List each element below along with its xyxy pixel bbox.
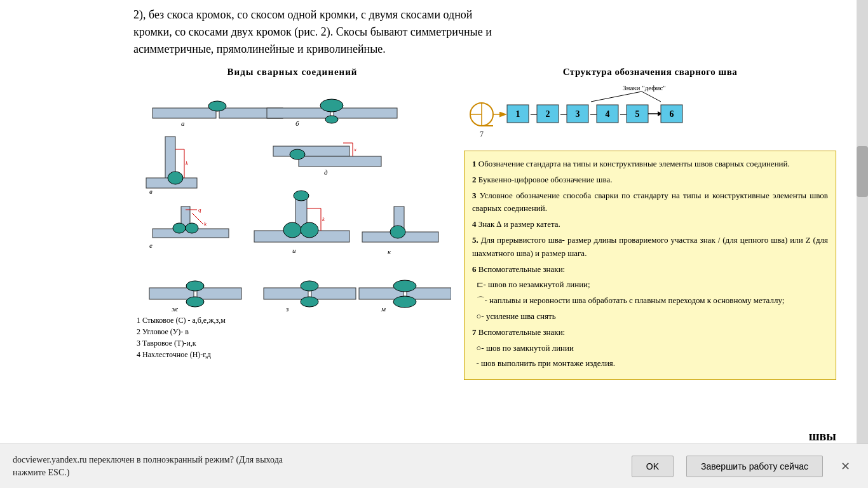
svg-text:и: и <box>292 247 296 254</box>
svg-text:k: k <box>322 216 325 222</box>
svg-text:3  Тавровое  (Т)-и,к: 3 Тавровое (Т)-и,к <box>137 339 196 348</box>
struct-item-6b: ⌒- наплывы и неровности шва обработать с… <box>472 294 828 308</box>
svg-rect-46 <box>197 288 241 299</box>
struct-item-6: 6 Вспомогательные знаки: <box>472 263 828 276</box>
svg-text:е: е <box>149 241 153 249</box>
close-notification-button[interactable]: ✕ <box>836 457 855 476</box>
svg-text:q: q <box>198 207 201 213</box>
svg-rect-16 <box>273 146 349 156</box>
notification-bar: docviewer.yandex.ru переключен в полноэк… <box>0 444 868 488</box>
main-content: Виды сварных соединений а <box>133 67 836 437</box>
svg-point-57 <box>393 280 416 292</box>
svg-point-47 <box>186 281 204 291</box>
svg-point-6 <box>320 99 343 112</box>
svg-text:4: 4 <box>606 109 610 119</box>
struct-item-7b: - шов выполнить при монтаже изделия. <box>472 357 828 370</box>
svg-text:Знаки  "дефис": Знаки "дефис" <box>623 84 666 92</box>
svg-point-34 <box>283 222 301 238</box>
svg-point-58 <box>393 296 416 308</box>
ok-button[interactable]: OK <box>632 456 674 477</box>
top-text-block: 2), без скоса кромок, со скосом одной кр… <box>133 0 836 58</box>
struct-item-6c: ○- усиление шва снять <box>472 310 828 323</box>
right-column: Структура обозначения сварного шва Знаки… <box>464 67 836 437</box>
structure-diagram: Знаки "дефис" 1 — <box>464 83 743 143</box>
left-column: Виды сварных соединений а <box>133 67 451 437</box>
svg-text:4  Нахлесточное  (Н)-г,д: 4 Нахлесточное (Н)-г,д <box>137 350 211 359</box>
struct-item-5: 5. Для прерывистого шва- размер длины пр… <box>472 234 828 261</box>
svg-text:2: 2 <box>546 109 550 119</box>
svg-rect-4 <box>267 108 330 118</box>
svg-text:м: м <box>381 305 386 313</box>
svg-point-48 <box>186 297 204 307</box>
svg-text:6: 6 <box>670 109 674 119</box>
svg-point-43 <box>390 226 405 238</box>
svg-text:3: 3 <box>576 109 580 119</box>
svg-point-2 <box>208 101 226 111</box>
top-line-1: 2), без скоса кромок, со скосом одной кр… <box>133 6 836 24</box>
notification-message: docviewer.yandex.ru переключен в полноэк… <box>13 454 619 478</box>
svg-point-35 <box>301 222 318 238</box>
struct-item-2: 2 Буквенно-цифровое обозначение шва. <box>472 173 828 187</box>
svg-text:k: k <box>186 160 189 166</box>
svg-point-25 <box>173 223 186 233</box>
scrollbar[interactable] <box>857 0 868 488</box>
svg-text:ж: ж <box>172 305 179 313</box>
svg-text:а: а <box>181 119 185 127</box>
structure-text-box: 1 Обозначение стандарта на типы и констр… <box>464 151 836 380</box>
top-line-3: асимметричные, прямолинейные и криволине… <box>133 41 836 58</box>
weld-diagram-svg: а б <box>133 83 451 362</box>
struct-item-4: 4 Знак ∆ и размер катета. <box>472 218 828 231</box>
partial-text-bottom-right: швы <box>809 429 836 444</box>
svg-line-30 <box>192 213 203 224</box>
scrollbar-thumb[interactable] <box>857 146 868 197</box>
svg-text:x: x <box>353 146 356 152</box>
struct-item-1: 1 Обозначение стандарта на типы и констр… <box>472 158 828 171</box>
svg-text:1: 1 <box>516 109 520 119</box>
finish-work-button[interactable]: Завершить работу сейчас <box>686 456 823 477</box>
svg-line-66 <box>642 92 661 102</box>
svg-point-7 <box>325 116 338 123</box>
svg-rect-51 <box>311 288 356 299</box>
svg-text:7: 7 <box>480 130 484 139</box>
struct-item-6a: ⊏- швов по незамкнутой линии; <box>472 278 828 292</box>
struct-item-7a: ○- шов по замкнутой линии <box>472 342 828 355</box>
struct-item-7: 7 Вспомогательные знаки: <box>472 326 828 339</box>
svg-text:2  Угловое  (У)- в: 2 Угловое (У)- в <box>137 327 189 336</box>
svg-rect-45 <box>149 288 194 299</box>
svg-rect-0 <box>153 108 216 118</box>
svg-point-26 <box>186 223 198 233</box>
svg-point-53 <box>301 297 318 307</box>
document-container: 2), без скоса кромок, со скосом одной кр… <box>0 0 868 488</box>
svg-text:в: в <box>149 187 153 195</box>
svg-rect-5 <box>334 108 397 118</box>
svg-line-65 <box>591 92 642 102</box>
weld-structure-title: Структура обозначения сварного шва <box>464 67 836 78</box>
svg-point-18 <box>290 149 305 159</box>
weld-types-title: Виды сварных соединений <box>133 67 451 78</box>
svg-text:1  Стыковое  (С) - а,б,е,ж,з,м: 1 Стыковое (С) - а,б,е,ж,з,м <box>137 316 226 325</box>
svg-text:к: к <box>388 248 391 255</box>
svg-text:з: з <box>285 305 288 313</box>
svg-text:б: б <box>295 119 299 127</box>
top-line-2: кромки, со скосами двух кромок (рис. 2).… <box>133 24 836 41</box>
struct-item-3: 3 Условное обозначение способа сварки по… <box>472 189 828 216</box>
svg-text:д: д <box>324 168 328 176</box>
svg-point-52 <box>301 281 318 291</box>
svg-rect-50 <box>264 288 308 299</box>
svg-point-36 <box>294 191 309 201</box>
svg-point-11 <box>168 172 183 184</box>
svg-text:5: 5 <box>635 109 640 119</box>
svg-rect-17 <box>299 156 381 166</box>
svg-text:k: k <box>204 220 207 227</box>
